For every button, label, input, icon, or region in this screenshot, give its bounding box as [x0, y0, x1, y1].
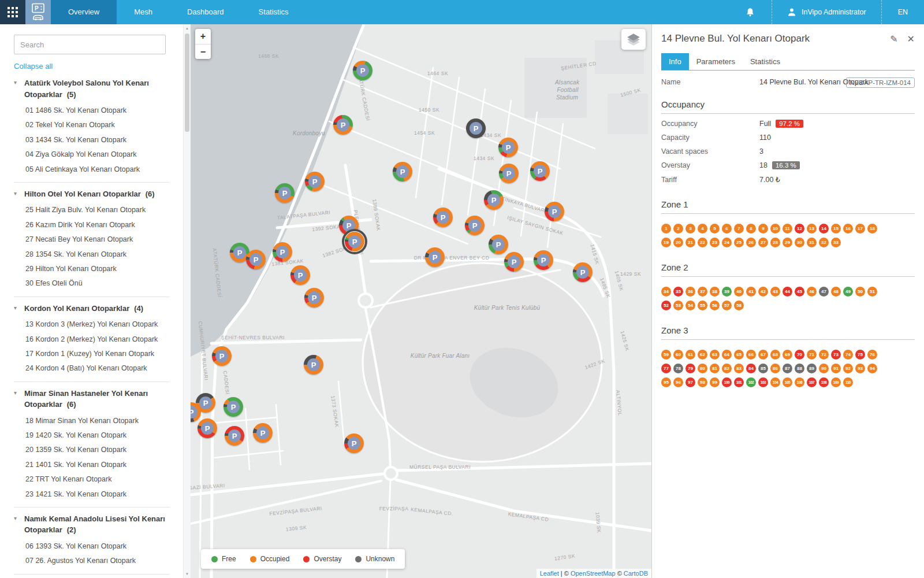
language-switcher[interactable]: EN [882, 0, 924, 24]
parking-marker[interactable]: P [573, 262, 593, 282]
map[interactable]: + − FreeOccupiedOverstayUnknown Leaflet … [191, 24, 651, 578]
map-label: FEVZİPAŞA [379, 506, 409, 512]
parking-marker[interactable]: P [344, 433, 364, 453]
list-item[interactable]: 17 Kordon 1 (Kuzey) Yol Kenarı Otopark [14, 347, 170, 361]
list-item[interactable]: 01 1486 Sk. Yol Kenarı Otopark [14, 103, 170, 118]
parking-marker[interactable]: P [223, 397, 243, 417]
parking-marker[interactable]: P [253, 423, 273, 443]
scrollbar-thumb[interactable] [185, 34, 189, 132]
parking-marker[interactable]: P [465, 216, 485, 235]
list-item[interactable]: 13 Kordon 3 (Merkez) Yol Kenarı Otopark [14, 317, 170, 332]
close-icon[interactable]: ✕ [907, 34, 915, 45]
list-item[interactable]: 18 Mimar Sinan Yol Kenarı Otopark [14, 414, 170, 428]
list-item[interactable]: 26 Kazım Dirik Yol Kenarı Otopark [14, 218, 170, 232]
tab-statistics[interactable]: Statistics [241, 0, 306, 24]
tree-group-items: 25 Halit Ziya Bulv. Yol Kenarı Otopark26… [14, 203, 170, 291]
parking-marker[interactable]: P [273, 242, 292, 262]
tab-overview[interactable]: Overview [51, 0, 117, 24]
parking-marker[interactable]: P [484, 190, 504, 210]
list-item[interactable]: 16 Kordon 2 (Merkez) Yol Kenarı Otopark [14, 332, 170, 347]
parking-marker[interactable]: P [530, 161, 550, 181]
parking-marker[interactable]: P [304, 288, 324, 307]
zoom-out-button[interactable]: − [195, 44, 211, 59]
user-menu[interactable]: InVipo Administrator [772, 0, 881, 24]
notifications-button[interactable] [729, 0, 772, 24]
parking-spot: 80 [698, 364, 707, 373]
list-item[interactable]: 30 Efes Oteli Önü [14, 276, 170, 291]
parking-marker[interactable]: P [305, 172, 325, 191]
legend-dot [250, 556, 256, 562]
list-item[interactable]: 05 Ali Cetinkaya Yol Kenarı Otopark [14, 162, 170, 177]
parking-spot: 47 [819, 287, 829, 297]
marker-p-label: P [537, 254, 550, 266]
parking-marker[interactable]: P [504, 252, 524, 272]
chevron-down-icon: ▾ [14, 514, 20, 536]
parking-marker[interactable]: P [198, 418, 217, 438]
attribution-link[interactable]: OpenStreetMap [571, 570, 616, 577]
tab-info[interactable]: Info [661, 53, 689, 70]
attribution-link[interactable]: Leaflet [540, 570, 559, 577]
list-item[interactable]: 29 Hilton Yol Kenarı Otopark [14, 262, 170, 276]
list-item[interactable]: 06 1393 Sk. Yol Kenarı Otopark [14, 539, 170, 554]
parking-marker[interactable]: P [489, 235, 508, 254]
tab-parameters[interactable]: Parameters [689, 53, 743, 70]
zoom-in-button[interactable]: + [195, 29, 211, 44]
parking-marker[interactable]: P [304, 355, 323, 375]
parking-marker-selected[interactable]: P [345, 232, 364, 251]
list-item[interactable]: 22 TRT Yol Kenarı Otopark [14, 472, 170, 487]
parking-spot: 54 [685, 301, 695, 310]
parking-marker[interactable]: P [534, 250, 553, 270]
parking-marker[interactable]: P [545, 202, 564, 221]
list-item[interactable]: 02 Tekel Yol Kenarı Otopark [14, 118, 170, 132]
parking-spot: 104 [770, 377, 780, 387]
detail-label: Overstay [661, 161, 759, 169]
list-item[interactable]: 27 Necati Bey Yol Kenarı Otopark [14, 232, 170, 247]
edit-icon[interactable]: ✎ [890, 34, 897, 45]
tab-mesh[interactable]: Mesh [117, 0, 170, 24]
list-item[interactable]: 07 26. Agustos Yol Kenarı Otopark [14, 554, 170, 568]
scroll-up-icon: ▲ [184, 27, 191, 30]
parking-marker[interactable]: P [246, 250, 266, 269]
app-grid-button[interactable] [0, 0, 25, 24]
tree-group-header[interactable]: ▾Hilton Otel Yol Kenarı Otoparklar(6) [14, 188, 170, 200]
attribution-link[interactable]: CartoDB [624, 570, 648, 577]
tree-group-header[interactable]: ▾Kordon Yol Kenarı Otoparklar(4) [14, 303, 170, 314]
list-item[interactable]: 03 1434 Sk. Yol Kenarı Otopark [14, 133, 170, 147]
list-item[interactable]: 20 1359 Sk. Yol Kenarı Otopark [14, 443, 170, 457]
list-item[interactable]: 21 1401 Sk. Yol Kenarı Otopark [14, 458, 170, 472]
list-item[interactable]: 25 Halit Ziya Bulv. Yol Kenarı Otopark [14, 203, 170, 217]
tab-statistics[interactable]: Statistics [743, 53, 788, 70]
map-label: 1468 SK [258, 53, 279, 59]
parking-marker[interactable]: P [433, 208, 453, 227]
parking-marker[interactable]: P [393, 162, 412, 181]
parking-marker[interactable]: P [499, 164, 519, 183]
parking-module-button[interactable]: P [25, 0, 51, 24]
list-item[interactable]: 23 1421 Sk. Yol Kenarı Otopark [14, 487, 170, 502]
list-item[interactable]: 28 1354 Sk. Yol Kenarı Otopark [14, 247, 170, 262]
list-item[interactable]: 24 Kordon 4 (Batı) Yol Kenarı Otopark [14, 361, 170, 376]
parking-marker[interactable]: P [225, 426, 244, 446]
user-name: InVipo Administrator [802, 8, 866, 16]
parking-marker[interactable]: P [333, 115, 353, 135]
tree-group-header[interactable]: ▾Atatürk Voleybol Salonu Yol Kenarı Otop… [14, 77, 170, 100]
tree-group-header[interactable]: ▾Mimar Sinan Hastaneler Yol Kenarı Otopa… [14, 388, 170, 410]
parking-marker[interactable]: P [212, 346, 232, 366]
list-item[interactable]: 19 1420 Sk. Yol Kenarı Otopark [14, 428, 170, 443]
tree-group-header[interactable]: ▾Namık Kemal Anadolu Lisesi Yol Kenarı O… [14, 513, 170, 536]
marker-p-label: P [492, 238, 505, 251]
parking-marker[interactable]: P [275, 183, 295, 203]
list-item[interactable]: 04 Ziya Gökalp Yol Kenarı Otopark [14, 147, 170, 162]
parking-marker[interactable]: P [353, 61, 372, 80]
collapse-all-link[interactable]: Collapse all [14, 62, 53, 71]
parking-marker[interactable]: P [290, 265, 310, 285]
marker-p-label: P [308, 175, 321, 188]
detail-value: 110 [759, 134, 771, 142]
parking-marker-unknown[interactable]: P [466, 118, 486, 138]
parking-marker[interactable]: P [425, 247, 445, 267]
parking-spot: 85 [758, 364, 768, 373]
search-input[interactable] [14, 35, 166, 54]
layers-control[interactable] [621, 29, 646, 50]
parking-marker[interactable]: P [498, 138, 518, 157]
tab-dashboard[interactable]: Dashboard [170, 0, 241, 24]
sidebar-scrollbar[interactable]: ▲ ▼ [183, 24, 191, 578]
